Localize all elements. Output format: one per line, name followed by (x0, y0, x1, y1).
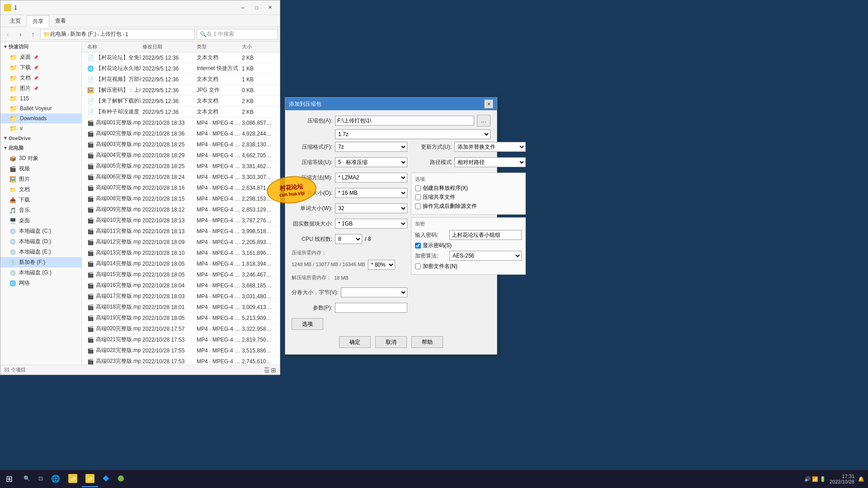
table-row[interactable]: 🎬 高端011完整版.mp4 2022/10/28 18:13 MP4 · MP… (82, 226, 280, 237)
selfextract-checkbox[interactable] (415, 185, 421, 191)
table-row[interactable]: 🎬 高端020完整版.mp4 2022/10/28 17:57 MP4 · MP… (82, 324, 280, 334)
sidebar-drive-g[interactable]: 💿 本地磁盘 (G:) (0, 267, 81, 278)
sidebar-item-pics[interactable]: 📁 图片 📌 (0, 83, 81, 94)
params-input[interactable] (335, 303, 407, 313)
taskbar-edge[interactable]: 🌐 (47, 471, 64, 487)
update-select[interactable]: 添加并替换文件 (454, 142, 526, 152)
header-size[interactable]: 大小 (240, 42, 276, 51)
sidebar-item-downloads[interactable]: 📁 下载 📌 (0, 62, 81, 73)
table-row[interactable]: 🎬 高端017完整版.mp4 2022/10/28 18:03 MP4 · MP… (82, 291, 280, 302)
method-select[interactable]: * LZMA2 (335, 173, 407, 183)
sidebar-onedrive-header[interactable]: ▾ OneDrive (0, 133, 81, 143)
table-row[interactable]: 📄 【有种子却没速度？来村花论坛人工加... 2022/9/5 12:36 文本… (82, 107, 280, 117)
cancel-button[interactable]: 取消 (375, 336, 407, 348)
sidebar-drive-c[interactable]: 💿 本地磁盘 (C:) (0, 226, 81, 236)
address-path[interactable]: 📁 此电脑 › 新加卷 (F:) › 上传打包 › 1 (40, 29, 195, 40)
sidebar-item-115[interactable]: 📁 115 (0, 94, 81, 103)
confirm-button[interactable]: 确定 (339, 336, 371, 348)
shared-checkbox[interactable] (415, 194, 421, 200)
table-row[interactable]: 🎬 高端013完整版.mp4 2022/10/28 18:10 MP4 · MP… (82, 248, 280, 258)
tab-home[interactable]: 主页 (4, 15, 27, 27)
encrypt-method-select[interactable]: AES-256 (449, 251, 522, 261)
split-select[interactable] (341, 287, 407, 297)
table-row[interactable]: 🎬 高端008完整版.mp4 2022/10/28 18:15 MP4 · MP… (82, 193, 280, 204)
table-row[interactable]: 🎬 高端014完整版.mp4 2022/10/28 18:05 MP4 · MP… (82, 258, 280, 269)
help-button[interactable]: 帮助 (411, 336, 443, 348)
table-row[interactable]: 📄 【村花视频】万部视频免费在线看.txt 2022/9/5 12:36 文本文… (82, 74, 280, 85)
table-row[interactable]: 🎬 高端009完整版.mp4 2022/10/28 18:12 MP4 · MP… (82, 204, 280, 215)
solid-select[interactable]: * 1GB (335, 219, 407, 229)
taskbar-explorer[interactable]: 📁 (65, 471, 81, 487)
level-select[interactable]: 5 · 标准压缩 (335, 157, 407, 167)
table-row[interactable]: 🎬 高端018完整版.mp4 2022/10/28 18:01 MP4 · MP… (82, 302, 280, 313)
archive-path-input[interactable] (335, 116, 474, 126)
table-row[interactable]: 🌐 【村花论坛永久地址发布页】-点此打开 2022/9/5 12:36 Inte… (82, 63, 280, 74)
sidebar-item-ballet[interactable]: 📁 Ballet Voyeur (0, 103, 81, 113)
sidebar-video[interactable]: 🎬 视频 (0, 164, 81, 174)
sidebar-quick-access-header[interactable]: ▾ 快速访问 (0, 42, 81, 52)
archive-version-select[interactable]: 1.7z (335, 129, 491, 139)
view-list-icon[interactable]: ☰ (264, 366, 270, 374)
header-name[interactable]: 名称 (85, 42, 141, 51)
header-date[interactable]: 修改日期 (141, 42, 195, 51)
table-row[interactable]: 📄 【村花论坛】全免费-无套路-更新快.txt 2022/9/5 12:36 文… (82, 52, 280, 63)
forward-button[interactable]: › (15, 29, 26, 40)
table-row[interactable]: 🎬 高端016完整版.mp4 2022/10/28 18:04 MP4 · MP… (82, 280, 280, 291)
sidebar-network[interactable]: 🌐 网络 (0, 278, 81, 288)
archive-browse-button[interactable]: … (477, 115, 491, 127)
back-button[interactable]: ‹ (2, 29, 13, 40)
sidebar-pics-2[interactable]: 🖼️ 图片 (0, 174, 81, 184)
sidebar-3d[interactable]: 📦 3D 对象 (0, 153, 81, 164)
table-row[interactable]: 🎬 高端022完整版.mp4 2022/10/28 17:55 MP4 · MP… (82, 345, 280, 356)
maximize-button[interactable]: □ (250, 3, 263, 13)
path-select[interactable]: 相对对路径 (454, 157, 526, 167)
table-row[interactable]: 🎬 高端005完整版.mp4 2022/10/28 18:25 MP4 · MP… (82, 161, 280, 172)
table-row[interactable]: 🎬 高端012完整版.mp4 2022/10/28 18:09 MP4 · MP… (82, 237, 280, 248)
sidebar-thispc-header[interactable]: ▾ 此电脑 (0, 143, 81, 153)
table-row[interactable]: 🎬 高端019完整版.mp4 2022/10/28 18:05 MP4 · MP… (82, 313, 280, 324)
table-row[interactable]: 🎬 高端003完整版.mp4 2022/10/28 18:25 MP4 · MP… (82, 139, 280, 150)
sidebar-item-downloads-2[interactable]: 📁 Downloads (0, 113, 81, 123)
password-input[interactable] (449, 230, 522, 240)
options-button[interactable]: 选项 (292, 318, 323, 330)
table-row[interactable]: 🎬 高端006完整版.mp4 2022/10/28 18:24 MP4 · MP… (82, 172, 280, 183)
tab-share[interactable]: 共享 (27, 15, 49, 27)
taskbar-clock[interactable]: 17:31 2022/10/28 (830, 474, 854, 484)
taskbar-explorer-active[interactable]: 📁 (82, 471, 98, 487)
table-row[interactable]: 🎬 高端023完整版.mp4 2022/10/28 17:53 MP4 · MP… (82, 356, 280, 365)
table-row[interactable]: 🎬 高端010完整版.mp4 2022/10/28 18:13 MP4 · MP… (82, 215, 280, 226)
sidebar-docs-2[interactable]: 📁 文档 (0, 184, 81, 195)
table-row[interactable]: 🎬 高端021完整版.mp4 2022/10/28 17:53 MP4 · MP… (82, 334, 280, 345)
cpu-select[interactable]: 8 (335, 234, 362, 244)
table-row[interactable]: 📄 【来了解解下载的论坛，纯免费！】.txt 2022/9/5 12:36 文本… (82, 96, 280, 107)
taskbar-search[interactable]: 🔍 (20, 471, 34, 487)
taskbar-app2[interactable]: 🟢 (114, 471, 128, 487)
table-row[interactable]: 🎬 高端015完整版.mp4 2022/10/28 18:05 MP4 · MP… (82, 269, 280, 280)
view-grid-icon[interactable]: ⊞ (271, 366, 276, 374)
format-select[interactable]: 7z (335, 142, 407, 152)
word-select[interactable]: 32 (335, 203, 407, 213)
minimize-button[interactable]: ─ (236, 3, 249, 13)
table-row[interactable]: 🎬 高端001完整版.mp4 2022/10/28 18:33 MP4 · MP… (82, 117, 280, 128)
sidebar-item-v[interactable]: 📁 v (0, 123, 81, 133)
taskbar-app1[interactable]: 🔷 (99, 471, 113, 487)
dict-select[interactable]: * 16 MB (335, 188, 407, 198)
delete-checkbox[interactable] (415, 203, 421, 209)
view-toggle[interactable]: ☰ ⊞ (264, 366, 276, 374)
taskbar-view[interactable]: ⊡ (35, 471, 47, 487)
tab-view[interactable]: 查看 (49, 15, 72, 27)
close-button[interactable]: ✕ (264, 3, 276, 13)
notification-icon[interactable]: 🔔 (858, 476, 864, 482)
table-row[interactable]: 🎬 高端007完整版.mp4 2022/10/28 18:16 MP4 · MP… (82, 183, 280, 193)
show-password-checkbox[interactable] (415, 243, 421, 249)
table-row[interactable]: 🎬 高端004完整版.mp4 2022/10/28 18:29 MP4 · MP… (82, 150, 280, 161)
table-row[interactable]: 🖼️ 【解压密码】：上村花论坛香小组.jpg 2022/9/5 12:36 JP… (82, 85, 280, 96)
sidebar-music[interactable]: 🎵 音乐 (0, 205, 81, 216)
sidebar-item-docs[interactable]: 📁 文档 📌 (0, 73, 81, 83)
up-button[interactable]: ↑ (28, 29, 38, 40)
encrypt-names-checkbox[interactable] (415, 263, 421, 269)
sidebar-drive-f[interactable]: 💿 新加卷 (F:) (0, 257, 81, 267)
sidebar-drive-d[interactable]: 💿 本地磁盘 (D:) (0, 236, 81, 247)
sidebar-item-desktop[interactable]: 📁 桌面 📌 (0, 52, 81, 62)
mem-percent-select[interactable]: * 80% (368, 260, 395, 270)
